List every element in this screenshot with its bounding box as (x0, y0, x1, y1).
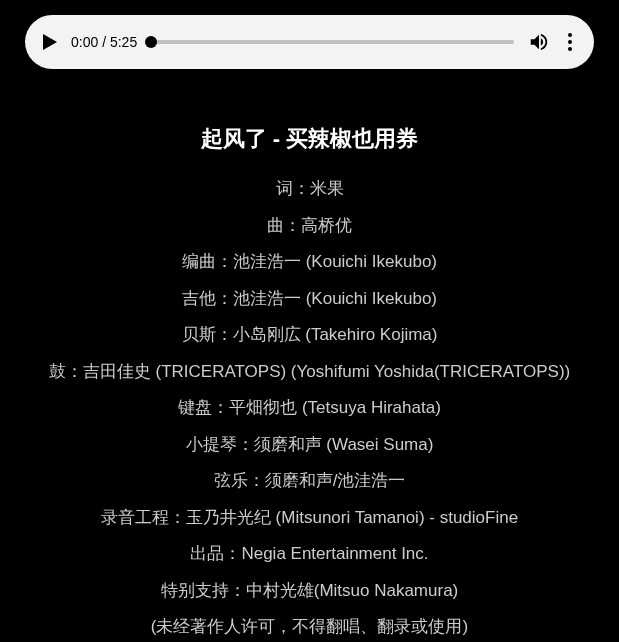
credit-line: 弦乐：须磨和声/池洼浩一 (0, 468, 619, 494)
play-icon[interactable] (43, 34, 57, 50)
time-display: 0:00 / 5:25 (71, 34, 137, 50)
song-title: 起风了 - 买辣椒也用券 (0, 124, 619, 154)
credit-line: 出品：Negia Entertainment Inc. (0, 541, 619, 567)
progress-bar[interactable] (151, 40, 514, 44)
credit-line: 贝斯：小岛刚広 (Takehiro Kojima) (0, 322, 619, 348)
credit-line: 吉他：池洼浩一 (Kouichi Ikekubo) (0, 286, 619, 312)
lyrics-credits-panel: 起风了 - 买辣椒也用券 词：米果曲：高桥优编曲：池洼浩一 (Kouichi I… (0, 84, 619, 640)
credit-line: 特别支持：中村光雄(Mitsuo Nakamura) (0, 578, 619, 604)
credit-line: 键盘：平畑彻也 (Tetsuya Hirahata) (0, 395, 619, 421)
credit-line: 录音工程：玉乃井光纪 (Mitsunori Tamanoi) - studioF… (0, 505, 619, 531)
credit-line: 词：米果 (0, 176, 619, 202)
audio-player[interactable]: 0:00 / 5:25 (25, 15, 594, 69)
progress-thumb[interactable] (145, 36, 157, 48)
kebab-menu-icon[interactable] (564, 29, 576, 55)
credit-line: 鼓：吉田佳史 (TRICERATOPS) (Yoshifumi Yoshida(… (0, 359, 619, 385)
volume-icon[interactable] (528, 31, 550, 53)
credit-line: 小提琴：须磨和声 (Wasei Suma) (0, 432, 619, 458)
credits-list: 词：米果曲：高桥优编曲：池洼浩一 (Kouichi Ikekubo)吉他：池洼浩… (0, 176, 619, 640)
credit-line: 曲：高桥优 (0, 213, 619, 239)
credit-line: (未经著作人许可，不得翻唱、翻录或使用) (0, 614, 619, 640)
credit-line: 编曲：池洼浩一 (Kouichi Ikekubo) (0, 249, 619, 275)
